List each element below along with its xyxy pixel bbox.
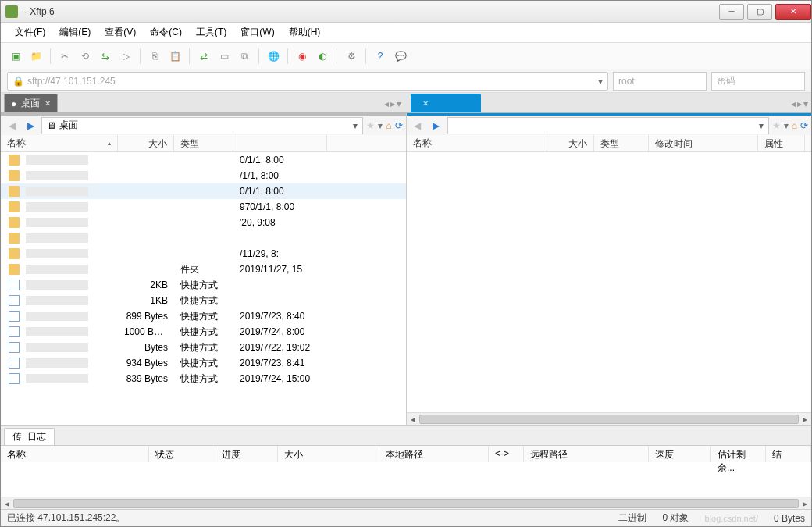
new-session-icon[interactable]: ▣ xyxy=(7,48,24,65)
table-row[interactable]: 970/1/1, 8:00 xyxy=(1,199,406,215)
xcol-eta[interactable]: 估计剩余... xyxy=(711,446,766,462)
xcol-dir[interactable]: <-> xyxy=(489,446,524,462)
toolbar: ▣ 📁 ✂ ⟲ ⇆ ▷ ⎘ 📋 ⇄ ▭ ⧉ 🌐 ◉ ◐ ⚙ ? 💬 xyxy=(1,43,811,69)
password-field[interactable]: 密码 xyxy=(711,72,805,91)
tab-list-icon[interactable]: ▾ xyxy=(397,98,401,109)
table-row[interactable]: 件夹2019/11/27, 15 xyxy=(1,262,406,277)
tab-next-icon[interactable]: ▸ xyxy=(390,98,395,109)
menu-view[interactable]: 查看(V) xyxy=(98,23,142,41)
xcol-rpath[interactable]: 远程路径 xyxy=(524,446,649,462)
gear-icon[interactable]: ⚙ xyxy=(343,48,360,65)
menu-window[interactable]: 窗口(W) xyxy=(234,23,280,41)
local-file-list[interactable]: 0/1/1, 8:00/1/1, 8:000/1/1, 8:00970/1/1,… xyxy=(1,152,406,425)
path-dropdown-icon[interactable]: ▾ xyxy=(353,120,358,131)
hscrollbar[interactable]: ◂▸ xyxy=(1,497,811,509)
col-name[interactable]: 名称 xyxy=(407,135,547,151)
xshell-icon[interactable]: ◐ xyxy=(314,48,331,65)
hscrollbar[interactable]: ◂▸ xyxy=(407,412,812,425)
refresh-icon[interactable]: ⟳ xyxy=(395,120,403,131)
open-folder-icon[interactable]: 📁 xyxy=(27,48,45,65)
disconnect-icon[interactable]: ✂ xyxy=(56,48,73,65)
table-row[interactable]: 2KB快捷方式 xyxy=(1,277,406,293)
xcol-progress[interactable]: 进度 xyxy=(215,446,278,462)
col-size[interactable]: 大小 xyxy=(118,135,174,151)
menu-tools[interactable]: 工具(T) xyxy=(190,23,233,41)
back-icon[interactable]: ◀ xyxy=(4,118,20,134)
help-icon[interactable]: ? xyxy=(372,48,389,65)
forward-icon[interactable]: ▶ xyxy=(23,118,38,134)
xcol-speed[interactable]: 速度 xyxy=(649,446,711,462)
path-dropdown-icon[interactable]: ▾ xyxy=(759,120,764,131)
dup-icon[interactable]: ⧉ xyxy=(236,48,253,65)
xcol-lpath[interactable]: 本地路径 xyxy=(379,446,489,462)
table-row[interactable]: Bytes快捷方式2019/7/22, 19:02 xyxy=(1,340,406,355)
xcol-end[interactable]: 结 xyxy=(766,446,811,462)
local-tab[interactable]: ● 桌面 ✕ xyxy=(4,94,58,112)
col-name[interactable]: 名称▴ xyxy=(1,135,118,151)
tab-list-icon[interactable]: ▾ xyxy=(803,98,808,109)
bookmark-icon[interactable]: ★ xyxy=(772,120,781,131)
close-tab-icon[interactable]: ✕ xyxy=(422,99,429,108)
table-row[interactable]: 934 Bytes快捷方式2019/7/23, 8:41 xyxy=(1,355,406,371)
col-type[interactable]: 类型 xyxy=(174,135,233,151)
copy-icon[interactable]: ⎘ xyxy=(146,48,163,65)
menu-command[interactable]: 命令(C) xyxy=(144,23,188,41)
remote-file-list[interactable] xyxy=(407,152,812,412)
home-icon[interactable]: ⌂ xyxy=(792,120,797,131)
xcol-size[interactable]: 大小 xyxy=(278,446,379,462)
home-icon[interactable]: ⌂ xyxy=(386,120,391,131)
col-attr[interactable]: 属性 xyxy=(758,135,805,151)
xcol-name[interactable]: 名称 xyxy=(1,446,149,462)
forward-icon[interactable]: ▶ xyxy=(429,118,444,134)
table-row[interactable]: /11/29, 8: xyxy=(1,246,406,262)
close-button[interactable]: ✕ xyxy=(775,4,811,20)
newfolder-icon[interactable]: ▭ xyxy=(215,48,233,65)
table-row[interactable]: 0/1/1, 8:00 xyxy=(1,152,406,168)
address-bar[interactable]: 🔒 sftp://47.101.151.245 ▾ xyxy=(7,72,608,91)
xcol-status[interactable]: 状态 xyxy=(149,446,215,462)
globe-icon[interactable]: 🌐 xyxy=(265,48,282,65)
table-row[interactable]: 0/1/1, 8:00 xyxy=(1,183,406,199)
play-icon[interactable]: ▷ xyxy=(117,48,134,65)
status-mode: 二进制 xyxy=(618,511,646,525)
address-dropdown-icon[interactable]: ▾ xyxy=(598,76,603,87)
table-row[interactable]: 1KB快捷方式 xyxy=(1,293,406,308)
transfer-tab[interactable]: 传 日志 xyxy=(4,428,55,445)
desktop-icon: 🖥 xyxy=(47,120,56,131)
sync-icon[interactable]: ⇆ xyxy=(97,48,114,65)
table-row[interactable]: /1/1, 8:00 xyxy=(1,168,406,183)
menu-edit[interactable]: 编辑(E) xyxy=(53,23,97,41)
menu-help[interactable]: 帮助(H) xyxy=(283,23,327,41)
table-row[interactable]: 1000 Byt...快捷方式2019/7/24, 8:00 xyxy=(1,324,406,340)
bookmark-icon[interactable]: ★ xyxy=(366,120,375,131)
table-row[interactable]: 839 Bytes快捷方式2019/7/24, 15:00 xyxy=(1,371,406,386)
tab-prev-icon[interactable]: ◂ xyxy=(791,98,796,109)
minimize-button[interactable]: ─ xyxy=(719,4,744,20)
menu-file[interactable]: 文件(F) xyxy=(9,23,52,41)
local-tab-label: 桌面 xyxy=(21,97,40,110)
remote-path-input[interactable]: ▾ xyxy=(447,117,769,134)
table-row[interactable]: '20, 9:08 xyxy=(1,215,406,230)
username-field[interactable]: root xyxy=(613,72,707,91)
tab-prev-icon[interactable]: ◂ xyxy=(384,98,389,109)
chat-icon[interactable]: 💬 xyxy=(392,48,409,65)
back-icon[interactable]: ◀ xyxy=(410,118,426,134)
record-icon[interactable]: ◉ xyxy=(294,48,311,65)
col-size[interactable]: 大小 xyxy=(547,135,594,151)
close-tab-icon[interactable]: ✕ xyxy=(45,99,51,108)
reconnect-icon[interactable]: ⟲ xyxy=(77,48,94,65)
lock-icon: 🔒 xyxy=(12,76,24,87)
col-date[interactable]: 修改时间 xyxy=(649,135,758,151)
tab-next-icon[interactable]: ▸ xyxy=(797,98,802,109)
remote-tab[interactable]: ✕ xyxy=(411,94,481,112)
table-row[interactable] xyxy=(1,230,406,246)
paste-icon[interactable]: 📋 xyxy=(166,48,183,65)
table-row[interactable]: 899 Bytes快捷方式2019/7/23, 8:40 xyxy=(1,308,406,324)
swap-icon[interactable]: ⇄ xyxy=(195,48,212,65)
refresh-icon[interactable]: ⟳ xyxy=(800,120,808,131)
maximize-button[interactable]: ▢ xyxy=(747,4,772,20)
local-path-input[interactable]: 🖥 桌面 ▾ xyxy=(41,117,363,134)
col-type[interactable]: 类型 xyxy=(594,135,649,151)
col-date[interactable] xyxy=(233,135,327,151)
local-path-text: 桌面 xyxy=(59,119,78,132)
